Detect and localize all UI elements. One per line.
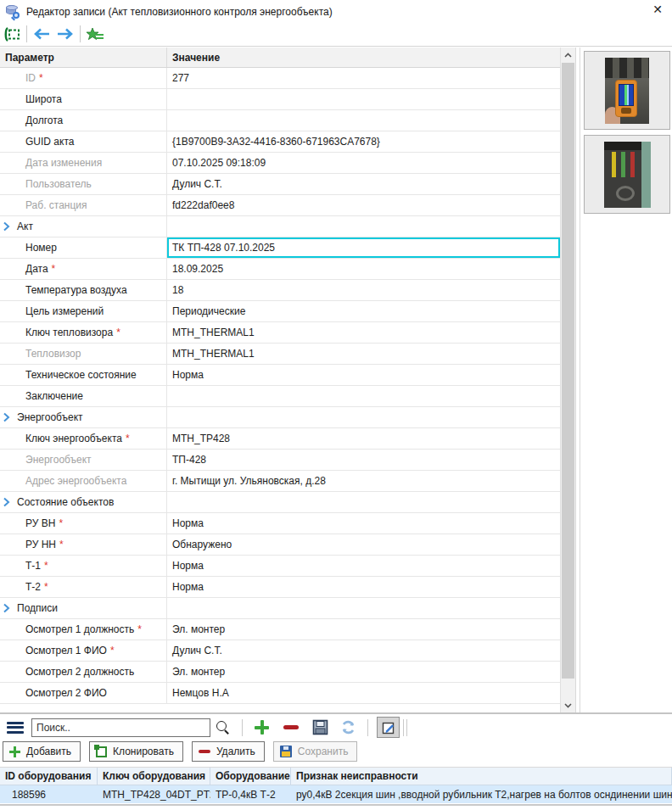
property-row[interactable]: Раб. станцияfd222daf0ee8 bbox=[0, 195, 560, 216]
value-cell-selected[interactable]: ТК ТП-428 07.10.2025 bbox=[167, 237, 560, 258]
value-cell[interactable]: MTH_THERMAL1 bbox=[167, 344, 560, 364]
param-label-text: Акт bbox=[17, 221, 33, 232]
param-label: Адрес энергообъекта bbox=[0, 471, 167, 491]
value-cell[interactable]: fd222daf0ee8 bbox=[167, 195, 560, 215]
value-cell[interactable]: Норма bbox=[167, 577, 560, 597]
value-cell[interactable]: Обнаружено bbox=[167, 534, 560, 555]
clone-record-button[interactable]: Клонировать bbox=[89, 741, 183, 762]
value-cell[interactable] bbox=[167, 110, 560, 131]
value-cell[interactable]: ТП-428 bbox=[167, 450, 560, 470]
forward-button[interactable] bbox=[53, 24, 77, 45]
property-row[interactable]: Дата*18.09.2025 bbox=[0, 259, 560, 280]
property-row[interactable]: Осмотрел 2 ФИОНемцов Н.А bbox=[0, 683, 560, 704]
property-row[interactable]: ТепловизорMTH_THERMAL1 bbox=[0, 344, 560, 365]
value-cell[interactable] bbox=[167, 216, 560, 237]
property-row[interactable]: Ключ тепловизора*MTH_THERMAL1 bbox=[0, 322, 560, 344]
eq-cell: ТР-0,4кВ Т-2 bbox=[210, 789, 291, 801]
horizontal-splitter[interactable] bbox=[0, 712, 672, 714]
equipment-row[interactable]: 188596MTH_TP428_04DT_PT2ТР-0,4кВ Т-2ру0,… bbox=[0, 785, 672, 803]
param-label: Заключение bbox=[0, 386, 167, 406]
eq-column-header[interactable]: ID оборудования bbox=[0, 768, 98, 785]
chevron-right-icon[interactable] bbox=[3, 412, 10, 425]
edit-mode-button[interactable] bbox=[377, 717, 400, 738]
save-record-button[interactable]: Сохранить bbox=[273, 741, 358, 762]
value-cell[interactable]: 07.10.2025 09:18:09 bbox=[167, 153, 560, 173]
value-cell[interactable] bbox=[167, 492, 560, 512]
value-cell[interactable] bbox=[167, 89, 560, 109]
vertical-scrollbar[interactable] bbox=[561, 47, 575, 712]
value-cell[interactable]: MTH_TP428 bbox=[167, 428, 560, 449]
refresh-icon[interactable] bbox=[340, 719, 356, 735]
chevron-right-icon[interactable] bbox=[3, 603, 10, 616]
scroll-down-arrow-icon[interactable] bbox=[561, 698, 575, 712]
value-cell[interactable] bbox=[167, 407, 560, 427]
favorites-button[interactable] bbox=[83, 24, 107, 45]
scrollbar-thumb[interactable] bbox=[562, 63, 574, 679]
value-cell[interactable] bbox=[167, 386, 560, 406]
property-row[interactable]: Осмотрел 1 ФИО*Дулич С.Т. bbox=[0, 640, 560, 662]
attachment-thumbnail-1[interactable] bbox=[584, 51, 670, 130]
add-record-button[interactable]: Добавить bbox=[3, 741, 81, 762]
value-cell[interactable]: Эл. монтер bbox=[167, 662, 560, 682]
search-input[interactable] bbox=[31, 718, 210, 737]
value-cell[interactable]: Норма bbox=[167, 365, 560, 385]
property-row[interactable]: Т-1*Норма bbox=[0, 556, 560, 577]
property-row[interactable]: Дата изменения07.10.2025 09:18:09 bbox=[0, 153, 560, 174]
scroll-up-arrow-icon[interactable] bbox=[561, 47, 575, 62]
property-row[interactable]: Заключение bbox=[0, 386, 560, 407]
value-cell[interactable]: 18.09.2025 bbox=[167, 259, 560, 279]
section-row[interactable]: Энергообъект bbox=[0, 407, 560, 428]
section-row[interactable]: Состояние объектов bbox=[0, 492, 560, 513]
value-cell[interactable]: Дулич С.Т. bbox=[167, 640, 560, 661]
property-row[interactable]: РУ ВН*Норма bbox=[0, 513, 560, 534]
value-cell[interactable]: MTH_THERMAL1 bbox=[167, 322, 560, 343]
value-cell[interactable]: Дулич С.Т. bbox=[167, 174, 560, 194]
property-row[interactable]: Техническое состояниеНорма bbox=[0, 365, 560, 386]
property-row[interactable]: ПользовательДулич С.Т. bbox=[0, 174, 560, 195]
property-row[interactable]: Долгота bbox=[0, 110, 560, 131]
value-cell[interactable]: Периодические bbox=[167, 301, 560, 321]
property-row[interactable]: Т-2*Норма bbox=[0, 577, 560, 598]
record-structure-button[interactable] bbox=[0, 24, 24, 45]
value-cell[interactable]: 18 bbox=[167, 280, 560, 300]
section-row[interactable]: Подписи bbox=[0, 598, 560, 619]
value-cell[interactable]: Норма bbox=[167, 556, 560, 576]
add-icon[interactable] bbox=[255, 720, 269, 735]
property-row[interactable]: Цель измеренийПериодические bbox=[0, 301, 560, 322]
property-row[interactable]: Адрес энергообъектаг. Мытищи ул. Ульянов… bbox=[0, 471, 560, 492]
value-cell[interactable]: Немцов Н.А bbox=[167, 683, 560, 703]
property-row[interactable]: Ключ энергообъекта*MTH_TP428 bbox=[0, 428, 560, 450]
chevron-right-icon[interactable] bbox=[3, 497, 10, 510]
delete-record-button[interactable]: Удалить bbox=[192, 741, 265, 762]
param-label-text: Номер bbox=[25, 242, 57, 254]
value-cell[interactable]: {1B9700B9-3A32-4416-8360-671963CA7678} bbox=[167, 131, 560, 152]
eq-column-header[interactable]: Ключ оборудования bbox=[98, 768, 210, 785]
eq-column-header[interactable]: Признак неисправности bbox=[291, 768, 672, 785]
value-cell[interactable]: г. Мытищи ул. Ульяновская, д.28 bbox=[167, 471, 560, 491]
property-row[interactable]: Широта bbox=[0, 89, 560, 110]
value-cell[interactable]: 277 bbox=[167, 68, 560, 88]
save-icon[interactable] bbox=[312, 719, 328, 735]
property-row[interactable]: НомерТК ТП-428 07.10.2025 bbox=[0, 237, 560, 259]
value-cell[interactable]: Норма bbox=[167, 513, 560, 533]
value-cell[interactable] bbox=[167, 598, 560, 618]
back-button[interactable] bbox=[30, 24, 53, 45]
minus-icon bbox=[199, 750, 210, 753]
property-row[interactable]: Осмотрел 1 должность*Эл. монтер bbox=[0, 619, 560, 640]
property-row[interactable]: Осмотрел 2 должностьЭл. монтер bbox=[0, 662, 560, 683]
property-row[interactable]: ЭнергообъектТП-428 bbox=[0, 450, 560, 471]
property-row[interactable]: РУ НН*Обнаружено bbox=[0, 534, 560, 556]
param-column-header: Параметр bbox=[0, 47, 167, 67]
eq-column-header[interactable]: Оборудование bbox=[210, 768, 291, 785]
chevron-right-icon[interactable] bbox=[3, 221, 10, 234]
menu-icon[interactable] bbox=[7, 722, 24, 734]
search-icon[interactable] bbox=[216, 721, 230, 735]
property-row[interactable]: ID*277 bbox=[0, 68, 560, 89]
property-row[interactable]: Температура воздуха18 bbox=[0, 280, 560, 301]
close-button[interactable]: ✕ bbox=[650, 2, 665, 17]
remove-icon[interactable] bbox=[283, 725, 299, 729]
value-cell[interactable]: Эл. монтер bbox=[167, 619, 560, 640]
attachment-thumbnail-2[interactable] bbox=[584, 135, 670, 214]
section-row[interactable]: Акт bbox=[0, 216, 560, 237]
property-row[interactable]: GUID акта{1B9700B9-3A32-4416-8360-671963… bbox=[0, 131, 560, 153]
